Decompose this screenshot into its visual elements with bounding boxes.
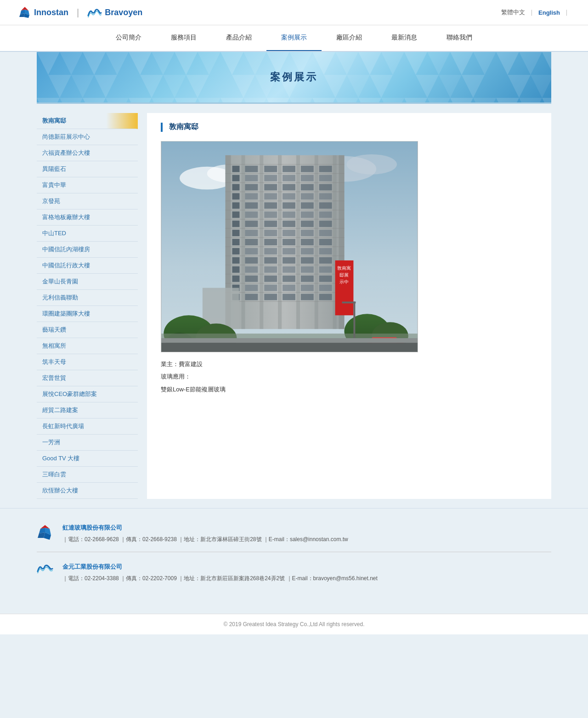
sidebar-item-8[interactable]: 中國信託內湖樓房: [37, 242, 138, 258]
lang-separator2: ｜: [564, 8, 570, 17]
sidebar-item-14[interactable]: 無相寓所: [37, 338, 138, 354]
nav-link-factory[interactable]: 廠區介紹: [322, 25, 377, 50]
nav-link-services[interactable]: 服務項目: [156, 25, 211, 50]
svg-rect-38: [283, 166, 295, 172]
svg-rect-96: [245, 257, 258, 264]
svg-rect-61: [264, 202, 277, 209]
svg-rect-76: [319, 220, 332, 227]
sidebar-item-16[interactable]: 宏普世貿: [37, 370, 138, 386]
svg-rect-41: [232, 175, 240, 181]
svg-rect-62: [283, 202, 295, 209]
lang-traditional[interactable]: 繁體中文: [501, 8, 525, 17]
sidebar-item-10[interactable]: 金華山長青園: [37, 274, 138, 290]
svg-rect-53: [232, 193, 240, 200]
nav-link-news[interactable]: 最新消息: [377, 25, 432, 50]
svg-rect-13: [260, 155, 263, 329]
sidebar-item-5[interactable]: 京發苑: [37, 193, 138, 209]
svg-rect-142: [161, 343, 418, 352]
sidebar-item-3[interactable]: 異陽藍石: [37, 161, 138, 177]
hero-title: 案例展示: [270, 70, 318, 84]
svg-rect-107: [232, 276, 240, 282]
svg-rect-68: [283, 211, 295, 218]
sidebar-item-19[interactable]: 長虹新時代廣場: [37, 418, 138, 435]
svg-rect-98: [283, 257, 295, 264]
nav-link-cases[interactable]: 案例展示: [266, 25, 322, 51]
svg-rect-15: [296, 155, 300, 329]
sidebar-item-7[interactable]: 中山TED: [37, 226, 138, 242]
svg-text:敦南寓: 敦南寓: [337, 266, 351, 271]
svg-rect-60: [245, 202, 258, 209]
sidebar-item-21[interactable]: Good TV 大樓: [37, 451, 138, 467]
sidebar-item-6[interactable]: 富格地板廠辦大樓: [37, 209, 138, 226]
svg-rect-57: [301, 193, 314, 200]
svg-rect-58: [319, 193, 332, 200]
svg-rect-100: [319, 257, 332, 264]
svg-rect-51: [301, 184, 314, 191]
sidebar-item-23[interactable]: 欣恆辦公大樓: [37, 483, 138, 499]
sidebar-item-20[interactable]: 一芳洲: [37, 435, 138, 451]
svg-rect-42: [245, 175, 258, 181]
svg-rect-85: [264, 239, 277, 245]
sidebar-item-13[interactable]: 藝瑞天鑽: [37, 322, 138, 338]
svg-rect-111: [301, 276, 314, 282]
sidebar-item-12[interactable]: 環圈建築團隊大樓: [37, 306, 138, 322]
svg-rect-91: [264, 248, 277, 254]
copyright-text: © 2019 Greatest Idea Strategy Co.,Ltd Al…: [223, 621, 364, 628]
sidebar-item-17[interactable]: 展悅CEO豪群總部案: [37, 386, 138, 402]
nav-item-company: 公司簡介: [101, 25, 156, 51]
svg-rect-118: [319, 285, 332, 291]
nav-link-company[interactable]: 公司簡介: [101, 25, 156, 50]
footer-company-1-info: 虹達玻璃股份有限公司 ｜電話：02-2668-9628 ｜傳真：02-2668-…: [62, 522, 348, 545]
sidebar-item-2[interactable]: 六福資產辦公大樓: [37, 145, 138, 161]
svg-rect-78: [245, 230, 258, 236]
nav-link-contact[interactable]: 聯絡我們: [432, 25, 487, 50]
svg-rect-95: [232, 257, 240, 264]
sidebar-item-22[interactable]: 三暉白雲: [37, 467, 138, 483]
svg-rect-73: [264, 220, 277, 227]
svg-rect-80: [283, 230, 295, 236]
sidebar-item-1[interactable]: 尚德新莊展示中心: [37, 129, 138, 145]
svg-rect-103: [264, 266, 277, 273]
sidebar-item-0[interactable]: 敦南寓邸: [37, 113, 138, 129]
svg-rect-65: [232, 211, 240, 218]
footer-company-2-detail: ｜電話：02-2204-3388 ｜傳真：02-2202-7009 ｜地址：新北…: [62, 574, 378, 584]
main-content: 敦南寓邸 尚德新莊展示中心 六福資產辦公大樓 異陽藍石 富貴中華 京發苑 富格地…: [37, 113, 551, 499]
sidebar-item-11[interactable]: 元利信義聯勤: [37, 290, 138, 306]
sidebar-item-4[interactable]: 富貴中華: [37, 177, 138, 193]
svg-rect-48: [245, 184, 258, 191]
bravoyen-logo[interactable]: Bravoyen: [87, 7, 142, 17]
footer-company-1-name: 虹達玻璃股份有限公司: [62, 522, 348, 533]
svg-rect-94: [319, 248, 332, 254]
logo-divider: |: [77, 7, 79, 18]
innostan-logo[interactable]: Innostan: [18, 7, 68, 18]
svg-rect-112: [319, 276, 332, 282]
svg-rect-114: [245, 285, 258, 291]
hero-banner: 案例展示: [37, 52, 551, 104]
svg-rect-66: [245, 211, 258, 218]
svg-rect-109: [264, 276, 277, 282]
svg-rect-89: [232, 248, 240, 254]
svg-rect-106: [319, 266, 332, 273]
lang-english[interactable]: English: [538, 9, 560, 16]
svg-rect-69: [301, 211, 314, 218]
nav-link-products[interactable]: 產品介紹: [211, 25, 266, 50]
svg-rect-49: [264, 184, 277, 191]
sidebar-item-9[interactable]: 中國信託行政大樓: [37, 258, 138, 274]
svg-rect-14: [278, 155, 282, 329]
project-image: 敦南寓 邸展 示中: [161, 141, 418, 352]
svg-rect-88: [319, 239, 332, 245]
footer-copyright: © 2019 Greatest Idea Strategy Co.,Ltd Al…: [0, 614, 588, 634]
svg-rect-124: [319, 294, 332, 300]
sidebar-item-18[interactable]: 經貿二路建案: [37, 402, 138, 418]
project-glass-label: 玻璃應用：: [161, 371, 537, 382]
content-area: 敦南寓邸: [147, 113, 551, 499]
svg-rect-140: [353, 301, 355, 338]
innostan-logo-icon: [18, 7, 31, 18]
svg-point-9: [346, 154, 397, 175]
footer-company-2-name: 金元工業股份有限公司: [62, 561, 378, 572]
svg-rect-54: [245, 193, 258, 200]
svg-rect-50: [283, 184, 295, 191]
sidebar-item-15[interactable]: 筑丰天母: [37, 354, 138, 370]
bravoyen-footer-icon: [37, 563, 53, 580]
footer-company-1-detail: ｜電話：02-2668-9628 ｜傳真：02-2668-9238 ｜地址：新北…: [62, 535, 348, 545]
